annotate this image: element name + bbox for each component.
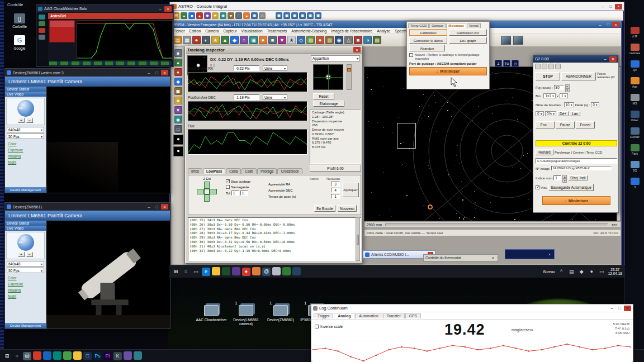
console-tool-brown[interactable]: ▼ xyxy=(228,12,234,19)
menu-item[interactable]: Caméra xyxy=(203,29,221,33)
tool-stack[interactable]: ▨ xyxy=(306,36,315,44)
tool-align[interactable]: ▲ xyxy=(221,36,229,44)
sqm-tab[interactable]: Automation xyxy=(355,313,382,318)
tool-map[interactable]: ◇ xyxy=(297,36,305,44)
minimize-button[interactable]: – xyxy=(602,56,609,62)
window-thumb-icon[interactable]: ▣ xyxy=(283,12,290,19)
resolution-select[interactable]: 640x48 xyxy=(7,127,44,132)
guiding-tab[interactable]: Calib xyxy=(242,168,257,174)
en-boucle-button[interactable]: En Boucle xyxy=(314,205,335,212)
visu-checkbox[interactable] xyxy=(536,185,539,189)
apparition-dropdown[interactable]: Apparition xyxy=(311,55,360,61)
tool-focus[interactable]: ◆ xyxy=(230,36,239,44)
tool-camera[interactable]: ● xyxy=(192,36,201,44)
shortcut-device-lm6561[interactable]: Device(LM6561 camera)1 xyxy=(230,305,262,326)
log-scrollbar[interactable] xyxy=(356,217,360,261)
tool-spectro[interactable]: ▥ xyxy=(325,36,334,44)
app-icon-green[interactable] xyxy=(63,351,72,361)
guide-cross[interactable] xyxy=(197,182,217,202)
shortcut-device-zm6561[interactable]: Device(ZM6561)1 xyxy=(265,305,296,326)
guiding-tab[interactable]: Pilotage xyxy=(257,168,277,174)
close-button[interactable]: × xyxy=(161,204,168,209)
app-icon-red[interactable] xyxy=(33,351,41,361)
minimize-button[interactable]: – xyxy=(157,6,164,12)
shortcut-qx[interactable]: Qx xyxy=(626,60,644,72)
shortcut-video[interactable]: Video xyxy=(626,111,644,122)
abandon-button[interactable]: Abandon xyxy=(409,45,445,51)
device-management-button[interactable]: Device Management xyxy=(5,323,46,328)
close-button[interactable]: × xyxy=(609,56,617,62)
nouveau-button[interactable]: Nouveau xyxy=(338,205,357,212)
connecter-dome-button[interactable]: Connecter le dome xyxy=(409,37,447,44)
app-icon-record[interactable]: ● xyxy=(242,268,250,276)
console-tool-purple[interactable]: ◆ xyxy=(204,12,211,19)
map-zoom-panel[interactable]: × xyxy=(505,249,555,259)
acquisition-titlebar[interactable]: G2 0.00 – × xyxy=(533,55,618,63)
forcer-button[interactable]: Forcer xyxy=(576,121,595,128)
zoom-button[interactable]: Z xyxy=(495,60,502,67)
menu-item[interactable]: Visualisation xyxy=(239,29,265,33)
console-tool-gray[interactable]: □ xyxy=(235,12,242,19)
camera-setting-link[interactable]: Color xyxy=(5,141,46,147)
menu-item[interactable]: Traitements xyxy=(265,29,290,33)
delai-select[interactable]: 0 xyxy=(591,102,599,107)
side-tool-5[interactable]: ▣ xyxy=(174,87,182,95)
app-icon-green[interactable] xyxy=(222,267,230,277)
de-button[interactable]: Dé+ xyxy=(557,111,569,116)
menu-item[interactable]: Images de l'observatoire xyxy=(329,29,375,33)
disq-button[interactable]: Disq. Indi xyxy=(568,175,588,180)
zoom-in-button[interactable]: + xyxy=(18,252,25,257)
minimize-button[interactable]: – xyxy=(608,306,615,311)
agressivite-ra-input[interactable]: 3 xyxy=(331,182,340,187)
task-view-button[interactable]: ▭ xyxy=(192,268,200,276)
guiding-tab[interactable]: Crossblock xyxy=(277,168,302,174)
refaire-cadrage-checkbox[interactable] xyxy=(409,53,413,57)
abandonner-button[interactable]: ABANDONNER xyxy=(561,72,596,80)
tool-filter[interactable]: ▼ xyxy=(278,36,286,44)
tool-histogram[interactable]: ◐ xyxy=(202,36,210,44)
console-tool-star[interactable]: ★ xyxy=(212,12,219,19)
guiding-log[interactable]: (00h 25) 34±3 RA= dans DEC Cns(00h 26) 3… xyxy=(188,217,361,261)
close-button[interactable]: × xyxy=(353,47,361,53)
tool-guide[interactable]: ● xyxy=(316,36,324,44)
zoom-in-button[interactable]: + xyxy=(18,118,25,123)
shortcut-aax[interactable]: Aax xyxy=(626,77,644,88)
mail-icon[interactable]: @ xyxy=(262,268,271,276)
tracking-titlebar[interactable]: Tracking Inspector × xyxy=(186,46,362,54)
menu-item[interactable]: Analyse xyxy=(375,29,392,33)
camera-titlebar[interactable]: Device(ZM6561) – □ × xyxy=(5,203,170,211)
window-thumb-icon[interactable]: ▣ xyxy=(291,12,298,19)
live-video-header[interactable]: Live Video xyxy=(5,92,46,97)
camera-setting-link[interactable]: Night xyxy=(5,159,46,165)
temps-pose-input[interactable]: 1 xyxy=(331,194,340,199)
renard-options[interactable]: Parcheage | Centrer | Temp CCD xyxy=(555,151,602,154)
shortcut-sq[interactable]: SQ xyxy=(626,161,644,172)
pause-button[interactable]: Pause xyxy=(556,121,575,128)
console-tool-blue[interactable]: ■ xyxy=(188,12,195,19)
tu-button[interactable]: TU xyxy=(503,60,510,67)
tool-open[interactable]: ▤ xyxy=(173,36,182,44)
shortcut-cadores[interactable]: cadores xyxy=(626,44,644,55)
inverse-scale-checkbox[interactable] xyxy=(315,325,319,328)
device-management-button[interactable]: Device Management xyxy=(5,187,46,193)
zoom-out-button[interactable]: − xyxy=(26,118,33,123)
maximize-button[interactable]: □ xyxy=(604,22,612,27)
pan-tilt-joystick[interactable] xyxy=(17,100,34,117)
camera-setting-link[interactable]: Color xyxy=(5,275,46,281)
tool-dark[interactable]: ■ xyxy=(268,36,277,44)
tol-input-1[interactable]: 1 xyxy=(231,190,239,196)
shortcut-aag-cloudwatcher[interactable]: AAC Cloudwatcher xyxy=(196,305,227,326)
stop-button[interactable]: STOP xyxy=(536,72,560,80)
binning-select[interactable]: 1x1 xyxy=(543,93,556,98)
cloudwatcher-titlebar[interactable]: AAG CloudWatcher Solo – × xyxy=(36,5,173,12)
app-icon-teal[interactable] xyxy=(53,351,61,361)
window-thumb-icon[interactable]: ▣ xyxy=(276,12,282,19)
side-tool-1[interactable]: ■ xyxy=(174,49,182,57)
recycle-bin-icon[interactable]: ▯Corbeille xyxy=(6,13,34,28)
tray-volume-icon[interactable]: ● xyxy=(588,268,596,276)
side-tool-6[interactable]: ★ xyxy=(174,97,182,104)
camera-setting-link[interactable]: Night xyxy=(5,293,46,299)
action-center-icon[interactable]: ▭ xyxy=(598,268,606,276)
appliquer-button[interactable]: Appliquer xyxy=(342,183,359,197)
tool-save[interactable]: ▦ xyxy=(183,36,191,44)
